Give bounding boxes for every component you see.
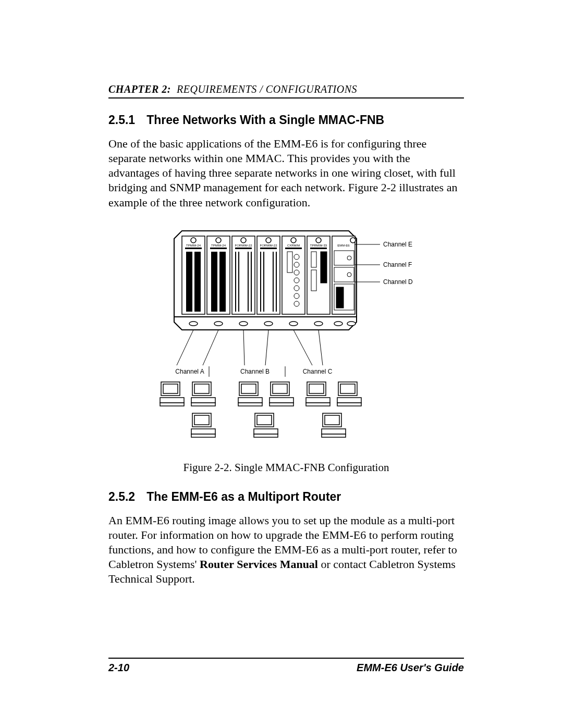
svg-point-11	[266, 238, 271, 243]
svg-point-56	[334, 322, 342, 326]
slot-label: CXRMIM	[287, 244, 300, 247]
label-channel-c: Channel C	[303, 368, 333, 375]
chapter-title: REQUIREMENTS / CONFIGURATIONS	[174, 83, 357, 95]
svg-rect-33	[287, 252, 292, 273]
svg-rect-32	[276, 252, 277, 312]
svg-rect-82	[241, 384, 256, 393]
svg-rect-18	[260, 248, 277, 249]
page-footer: 2-10 EMM-E6 User's Guide	[108, 658, 464, 674]
slot-label: EMM-E6	[337, 244, 350, 247]
section-number: 2.5.1	[108, 113, 135, 127]
svg-point-40	[294, 301, 299, 306]
svg-rect-104	[322, 434, 346, 437]
svg-point-13	[316, 238, 321, 243]
svg-rect-70	[163, 384, 178, 393]
slot-label: TPMIM-24	[186, 244, 201, 247]
svg-rect-95	[306, 398, 330, 403]
svg-rect-19	[285, 248, 302, 249]
svg-rect-90	[257, 415, 272, 425]
svg-line-62	[203, 330, 218, 365]
svg-point-47	[347, 256, 351, 260]
svg-rect-102	[325, 415, 339, 425]
svg-point-35	[294, 262, 299, 267]
svg-line-63	[243, 330, 244, 365]
svg-rect-72	[160, 403, 184, 406]
figure-caption: Figure 2-2. Single MMAC-FNB Configuratio…	[108, 461, 464, 474]
slot-labels: TPMIM-24 TPMIM-24 FORMIM-22 FORMIM-22 CX…	[186, 244, 350, 247]
slot-label: TPMIM-24	[211, 244, 226, 247]
chapter-label: CHAPTER 2:	[108, 83, 171, 95]
svg-rect-49	[336, 287, 344, 308]
svg-point-39	[294, 293, 299, 299]
section-heading-251: 2.5.1Three Networks With a Single MMAC-F…	[108, 113, 464, 127]
svg-rect-15	[185, 248, 202, 249]
svg-rect-103	[322, 429, 346, 434]
svg-rect-88	[270, 403, 293, 406]
page: CHAPTER 2: REQUIREMENTS / CONFIGURATIONS…	[0, 0, 563, 728]
label-channel-f: Channel F	[383, 261, 412, 268]
svg-rect-17	[235, 248, 252, 249]
label-channel-a: Channel A	[175, 368, 204, 375]
svg-rect-16	[210, 248, 227, 249]
svg-point-34	[294, 254, 299, 260]
svg-rect-78	[194, 415, 209, 425]
svg-point-52	[239, 322, 248, 326]
svg-rect-96	[306, 403, 330, 406]
svg-point-57	[347, 322, 356, 326]
section-251-body: One of the basic applications of the EMM…	[108, 137, 464, 210]
page-number: 2-10	[108, 662, 129, 674]
svg-point-54	[289, 322, 298, 326]
svg-point-38	[294, 286, 299, 291]
svg-rect-79	[191, 429, 215, 434]
slot-label: FORMIM-22	[260, 244, 278, 247]
svg-rect-98	[340, 384, 355, 393]
svg-rect-99	[337, 398, 361, 403]
svg-rect-23	[211, 252, 217, 312]
svg-rect-21	[186, 252, 192, 312]
svg-point-14	[350, 238, 356, 243]
svg-rect-83	[238, 398, 262, 403]
router-manual-ref: Router Services Manual	[200, 558, 318, 571]
svg-point-48	[347, 273, 351, 277]
svg-point-8	[191, 238, 196, 243]
svg-rect-75	[191, 398, 215, 403]
svg-rect-80	[191, 434, 215, 437]
svg-point-51	[214, 322, 223, 326]
svg-point-12	[291, 238, 296, 243]
book-title: EMM-E6 User's Guide	[357, 662, 464, 674]
svg-rect-87	[270, 398, 293, 403]
svg-rect-26	[238, 252, 239, 312]
figure-2-2: TPMIM-24 TPMIM-24 FORMIM-22 FORMIM-22 CX…	[108, 226, 464, 452]
svg-rect-84	[238, 403, 262, 406]
svg-rect-71	[160, 398, 184, 403]
svg-point-36	[294, 270, 299, 275]
slot-label: TPRMIM-33	[310, 244, 327, 247]
svg-rect-22	[194, 252, 201, 312]
svg-rect-92	[254, 434, 278, 437]
svg-rect-94	[309, 384, 324, 393]
section-number: 2.5.2	[108, 490, 135, 504]
svg-rect-25	[235, 252, 236, 312]
section-252-body: An EMM-E6 routing image allows you to se…	[108, 513, 464, 587]
svg-rect-27	[248, 252, 249, 312]
label-channel-d: Channel D	[383, 278, 413, 286]
workstation-icons	[160, 382, 361, 437]
svg-rect-86	[273, 384, 287, 393]
svg-rect-42	[311, 270, 316, 291]
svg-rect-28	[251, 252, 252, 312]
svg-rect-91	[254, 429, 278, 434]
svg-point-10	[241, 238, 246, 243]
svg-point-53	[264, 322, 273, 326]
svg-line-64	[265, 330, 268, 365]
section-title: Three Networks With a Single MMAC-FNB	[146, 113, 384, 127]
svg-rect-29	[260, 252, 261, 312]
label-channel-e: Channel E	[383, 241, 412, 248]
svg-point-9	[216, 238, 221, 243]
svg-line-66	[319, 330, 323, 365]
svg-line-61	[177, 330, 193, 365]
mmac-diagram: TPMIM-24 TPMIM-24 FORMIM-22 FORMIM-22 CX…	[151, 226, 422, 450]
svg-point-50	[189, 322, 198, 326]
svg-rect-20	[310, 248, 327, 249]
svg-rect-31	[273, 252, 274, 312]
section-heading-252: 2.5.2The EMM-E6 as a Multiport Router	[108, 490, 464, 504]
